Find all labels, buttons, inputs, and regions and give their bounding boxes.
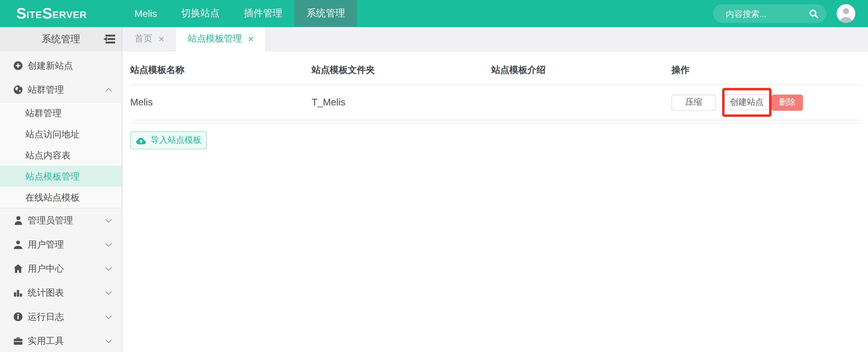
chevron-down-icon	[105, 290, 112, 295]
search-box	[713, 4, 827, 23]
top-menu: Melis 切换站点 插件管理 系统管理	[122, 0, 357, 27]
search-input[interactable]	[724, 8, 809, 19]
tab-home[interactable]: 首页 ×	[122, 27, 176, 50]
sidebar-subitem-online-site-template[interactable]: 在线站点模板	[0, 187, 122, 208]
table-row: Melis T_Melis 压缩 创建站点 删除	[130, 85, 861, 120]
sidebar-item-label: 运行日志	[28, 311, 105, 322]
nav-item-melis[interactable]: Melis	[122, 0, 169, 27]
sidebar-item-label: 用户中心	[28, 263, 105, 274]
sidebar-item-label: 创建新站点	[28, 60, 112, 71]
avatar-person-icon	[837, 4, 855, 23]
chevron-down-icon	[105, 339, 112, 343]
sidebar-item-site-group-management[interactable]: 站群管理	[0, 78, 122, 102]
sidebar-item-label: 用户管理	[28, 239, 105, 250]
sidebar-subitem-site-content-table[interactable]: 站点内容表	[0, 144, 122, 166]
sidebar-item-create-new-site[interactable]: 创建新站点	[0, 54, 122, 78]
nav-item-plugin-management[interactable]: 插件管理	[232, 0, 294, 27]
bar-chart-icon	[13, 288, 23, 297]
sidebar-item-admin-management[interactable]: 管理员管理	[0, 208, 122, 233]
tab-bar: 首页 × 站点模板管理 ×	[122, 27, 868, 51]
sidebar-subitem-site-access-address[interactable]: 站点访问地址	[0, 124, 122, 144]
sidebar-item-statistics-charts[interactable]: 统计图表	[0, 281, 122, 305]
sidebar-item-label: 统计图表	[28, 287, 105, 298]
tab-label: 站点模板管理	[188, 33, 242, 44]
navbar-right	[713, 0, 868, 27]
nav-item-switch-site[interactable]: 切换站点	[169, 0, 232, 27]
avatar[interactable]	[837, 4, 855, 23]
chevron-down-icon	[105, 242, 112, 247]
plus-circle-icon	[13, 61, 23, 70]
top-navbar: SITESERVER Melis 切换站点 插件管理 系统管理	[0, 0, 868, 27]
sidebar-item-user-management[interactable]: 用户管理	[0, 233, 122, 256]
column-header-template-folder: 站点模板文件夹	[312, 64, 491, 76]
sidebar-subitem-site-group-management[interactable]: 站群管理	[0, 102, 122, 124]
collapse-sidebar-icon[interactable]	[103, 34, 116, 44]
sidebar-item-label: 站群管理	[28, 84, 105, 96]
search-icon[interactable]	[809, 9, 818, 19]
close-tab-icon[interactable]: ×	[248, 34, 254, 44]
tab-label: 首页	[134, 33, 153, 44]
compress-button[interactable]: 压缩	[672, 94, 716, 110]
import-site-template-button[interactable]: 导入站点模板	[130, 131, 207, 149]
table-header: 站点模板名称 站点模板文件夹 站点模板介绍 操作	[130, 56, 861, 85]
sidebar-header: 系统管理	[0, 27, 122, 51]
chevron-down-icon	[105, 315, 112, 319]
table-bottom-divider	[130, 120, 861, 124]
cell-actions: 压缩 创建站点 删除	[672, 88, 861, 117]
home-icon	[13, 264, 23, 273]
column-header-template-description: 站点模板介绍	[491, 64, 672, 76]
app-window: SITESERVER Melis 切换站点 插件管理 系统管理	[0, 0, 868, 352]
sidebar-title: 系统管理	[41, 33, 80, 45]
annotation-highlight-box: 创建站点	[722, 88, 772, 117]
sidebar-menu: 创建新站点 站群管理 站群管理 站点访问地址	[0, 51, 122, 352]
delete-button[interactable]: 删除	[772, 94, 803, 110]
sidebar-item-user-center[interactable]: 用户中心	[0, 256, 122, 281]
chevron-down-icon	[105, 267, 112, 271]
sidebar: 系统管理 创建新站点	[0, 27, 122, 352]
sidebar-submenu: 站群管理 站点访问地址 站点内容表 站点模板管理 在线站点模板	[0, 102, 122, 208]
logo[interactable]: SITESERVER	[0, 0, 122, 27]
column-header-actions: 操作	[672, 64, 861, 76]
sidebar-item-run-logs[interactable]: 运行日志	[0, 305, 122, 329]
create-site-button[interactable]: 创建站点	[724, 94, 769, 110]
cloud-upload-icon	[135, 136, 147, 144]
info-icon	[13, 312, 23, 322]
sidebar-subitem-site-template-management[interactable]: 站点模板管理	[0, 166, 122, 187]
nav-item-system-management[interactable]: 系统管理	[294, 0, 357, 27]
close-tab-icon[interactable]: ×	[158, 34, 164, 44]
cell-template-folder: T_Melis	[312, 97, 491, 108]
chevron-down-icon	[105, 218, 112, 222]
chevron-up-icon	[105, 87, 112, 92]
sidebar-item-label: 管理员管理	[28, 215, 105, 226]
logo-text: S	[16, 6, 26, 21]
import-button-label: 导入站点模板	[151, 135, 201, 146]
user-icon	[13, 240, 23, 249]
sidebar-item-utilities[interactable]: 实用工具	[0, 329, 122, 352]
globe-icon	[13, 85, 23, 95]
sidebar-item-label: 实用工具	[28, 335, 105, 347]
page-content: 站点模板名称 站点模板文件夹 站点模板介绍 操作 Melis T_Melis 压…	[122, 51, 868, 149]
toolbox-icon	[13, 336, 23, 346]
cell-template-name: Melis	[130, 97, 312, 108]
tab-site-template-management[interactable]: 站点模板管理 ×	[176, 27, 265, 51]
column-header-template-name: 站点模板名称	[130, 64, 312, 76]
main-area: 首页 × 站点模板管理 × 站点模板名称 站点模板文件夹 站点模板介绍 操作 M…	[122, 27, 868, 352]
admin-icon	[13, 216, 23, 225]
